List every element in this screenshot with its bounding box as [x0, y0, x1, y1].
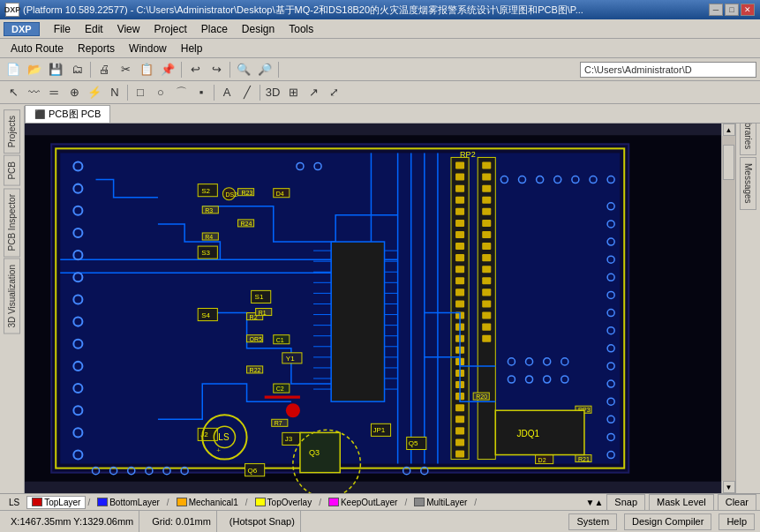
svg-rect-81: [482, 312, 491, 319]
doc-tab-pcb[interactable]: ⬛ PCB图 PCB: [25, 105, 110, 123]
new-button[interactable]: 📄: [4, 61, 23, 79]
svg-rect-74: [482, 231, 491, 238]
left-tab-3d[interactable]: 3D Visualization: [4, 259, 20, 334]
menu-file[interactable]: File: [47, 21, 78, 37]
svg-rect-73: [482, 220, 491, 227]
layer-tab-mechanical1[interactable]: Mechanical1: [171, 496, 244, 509]
vertical-scrollbar[interactable]: ▲ ▼: [721, 124, 735, 493]
svg-text:OR5: OR5: [250, 336, 263, 342]
cut-button[interactable]: ✂: [116, 61, 135, 79]
tool-route[interactable]: ↗: [304, 84, 323, 101]
layer-tab-bottomlayer[interactable]: BottomLayer: [92, 496, 165, 509]
menu-tools[interactable]: Tools: [282, 21, 320, 37]
svg-rect-69: [482, 174, 491, 181]
svg-text:RP2: RP2: [460, 150, 476, 159]
tool-via[interactable]: ○: [151, 84, 170, 101]
close-button[interactable]: ✕: [741, 4, 755, 16]
menu-reports[interactable]: Reports: [71, 41, 122, 56]
tool-power[interactable]: ⚡: [85, 84, 104, 101]
svg-rect-50: [455, 266, 464, 273]
menu-place[interactable]: Place: [194, 21, 235, 37]
layer-tab-topoverlay[interactable]: TopOverlay: [250, 496, 318, 509]
menu-help[interactable]: Help: [174, 41, 210, 56]
svg-rect-76: [482, 254, 491, 261]
right-tab-messages[interactable]: Messages: [740, 157, 756, 210]
layer-tab-ls[interactable]: LS: [4, 496, 25, 509]
copy-button[interactable]: 📋: [137, 61, 156, 79]
toplayer-color: [32, 498, 42, 506]
paste-button[interactable]: 📌: [158, 61, 177, 79]
system-button[interactable]: System: [568, 513, 617, 530]
svg-rect-78: [482, 277, 491, 284]
save-all-button[interactable]: 🗂: [67, 61, 87, 79]
zoom-out-button[interactable]: 🔎: [255, 61, 275, 79]
dxp-button[interactable]: DXP: [4, 22, 40, 36]
layer-ls-label: LS: [9, 498, 19, 507]
tool-select[interactable]: ↖: [4, 84, 23, 101]
tool-net[interactable]: N: [105, 84, 124, 101]
svg-text:R20: R20: [476, 393, 487, 400]
layer-tab-keepoutlayer[interactable]: KeepOutLayer: [323, 496, 403, 509]
svg-rect-64: [455, 427, 464, 434]
menu-project[interactable]: Project: [147, 21, 193, 37]
svg-rect-42: [455, 174, 464, 181]
svg-text:Q3: Q3: [309, 448, 320, 457]
svg-point-173: [286, 403, 300, 417]
svg-text:C1: C1: [276, 337, 284, 343]
scroll-down-button[interactable]: ▼: [723, 481, 735, 493]
undo-button[interactable]: ↩: [185, 61, 205, 79]
scroll-up-button[interactable]: ▲: [723, 124, 735, 136]
snap-toggle-button[interactable]: Snap: [606, 494, 645, 511]
tool-junction[interactable]: ⊕: [64, 84, 84, 101]
mask-level-button[interactable]: Mask Level: [649, 494, 714, 511]
svg-rect-41: [455, 161, 464, 169]
svg-text:R23: R23: [242, 190, 253, 196]
minimize-button[interactable]: ─: [709, 4, 723, 16]
tool-text[interactable]: A: [217, 84, 237, 101]
tool-line[interactable]: ╱: [237, 84, 257, 101]
left-tab-projects[interactable]: Projects: [4, 109, 20, 154]
zoom-in-button[interactable]: 🔍: [234, 61, 253, 79]
layer-tab-toplayer[interactable]: TopLayer: [26, 496, 86, 509]
scroll-thumb[interactable]: [723, 145, 734, 180]
layer-tab-right-controls: ▼▲ Snap Mask Level Clear: [586, 494, 756, 511]
clear-button[interactable]: Clear: [718, 494, 756, 511]
svg-text:JP1: JP1: [372, 426, 385, 434]
redo-button[interactable]: ↪: [207, 61, 226, 79]
left-tab-pcb[interactable]: PCB: [4, 155, 20, 186]
maximize-button[interactable]: □: [725, 4, 739, 16]
help-button[interactable]: Help: [719, 513, 755, 530]
tool-fanout[interactable]: ⤢: [324, 84, 343, 101]
tool-align[interactable]: ⊞: [283, 84, 303, 101]
titlebar: DXP (Platform 10.589.22577) - C:\Users\A…: [0, 0, 760, 19]
svg-text:Q5: Q5: [409, 439, 418, 447]
tab-icon: ⬛: [34, 109, 45, 119]
menu-edit[interactable]: Edit: [78, 21, 110, 37]
topoverlay-label: TopOverlay: [267, 498, 312, 507]
open-button[interactable]: 📂: [25, 61, 44, 79]
tool-bus[interactable]: ═: [44, 84, 64, 101]
tool-component[interactable]: □: [131, 84, 150, 101]
layer-tab-multilayer[interactable]: MultiLayer: [409, 496, 472, 509]
print-button[interactable]: 🖨: [94, 61, 114, 79]
scroll-track[interactable]: [722, 136, 735, 481]
menu-window[interactable]: Window: [122, 41, 174, 56]
tool-arc[interactable]: ⌒: [171, 84, 191, 101]
svg-rect-63: [455, 416, 464, 423]
window-controls: ─ □ ✕: [709, 4, 755, 16]
svg-rect-83: [482, 335, 491, 342]
menu-view[interactable]: View: [110, 21, 147, 37]
save-button[interactable]: 💾: [46, 61, 65, 79]
keepoutlayer-label: KeepOutLayer: [341, 498, 398, 507]
left-tab-pcb-inspector[interactable]: PCB Inspector: [4, 188, 20, 257]
path-input[interactable]: [580, 62, 756, 78]
design-compiler-button[interactable]: Design Compiler: [624, 513, 711, 530]
tool-3d[interactable]: 3D: [263, 84, 282, 101]
menu-design[interactable]: Design: [235, 21, 282, 37]
tool-wire[interactable]: 〰: [24, 84, 43, 101]
svg-text:Y1: Y1: [286, 355, 295, 363]
menu-autoroute[interactable]: Auto Route: [4, 41, 71, 56]
pcb-canvas[interactable]: R23 R3 R24 R4 R2 R22 R20 RP3 R21 S2 S3 S…: [25, 124, 735, 493]
tool-fill[interactable]: ▪: [192, 84, 211, 101]
toolbar-separator-2: [181, 62, 182, 78]
